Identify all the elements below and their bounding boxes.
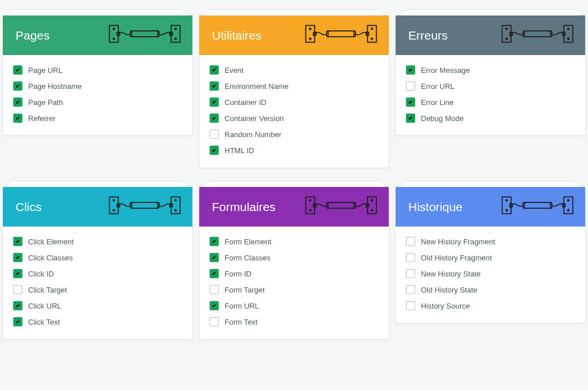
checkbox-checked-icon[interactable] bbox=[210, 253, 219, 262]
panel-box: UtilitairesEventEnvironment NameContaine… bbox=[199, 2, 389, 168]
variable-checkbox-historique[interactable]: Old History Fragment bbox=[405, 249, 576, 266]
checkbox-unchecked-icon[interactable] bbox=[210, 317, 219, 326]
checkbox-unchecked-icon[interactable] bbox=[406, 301, 415, 310]
checkbox-label: Error Message bbox=[421, 66, 470, 75]
variable-checkbox-clics[interactable]: Click Classes bbox=[12, 249, 183, 266]
panel-erreurs: ErreursError MessageError URLError LineD… bbox=[395, 15, 586, 136]
panel-box: ErreursError MessageError URLError LineD… bbox=[395, 2, 586, 168]
checkbox-checked-icon[interactable] bbox=[210, 114, 219, 123]
panel-header-utilitaires: Utilitaires bbox=[199, 15, 389, 55]
checkbox-unchecked-icon[interactable] bbox=[13, 285, 22, 294]
checkbox-checked-icon[interactable] bbox=[210, 301, 219, 310]
checkbox-checked-icon[interactable] bbox=[210, 237, 219, 246]
checkbox-label: Click Element bbox=[28, 237, 74, 246]
panel-box: PagesPage URLPage HostnamePage PathRefer… bbox=[2, 2, 193, 168]
variable-checkbox-formulaires[interactable]: Form Text bbox=[208, 314, 380, 330]
variable-checkbox-erreurs[interactable]: Error Line bbox=[405, 94, 576, 110]
checkbox-label: HTML ID bbox=[225, 146, 254, 155]
checkbox-label: Debug Mode bbox=[421, 114, 463, 123]
checkbox-checked-icon[interactable] bbox=[13, 65, 22, 75]
checkbox-checked-icon[interactable] bbox=[210, 146, 219, 155]
panel-title: Clics bbox=[16, 200, 107, 214]
variable-checkbox-utilitaires[interactable]: Container Version bbox=[208, 110, 380, 126]
variable-checkbox-utilitaires[interactable]: Random Number bbox=[208, 126, 380, 142]
variable-checkbox-historique[interactable]: New History Fragment bbox=[405, 233, 576, 249]
panel-title: Utilitaires bbox=[212, 29, 304, 42]
checkbox-label: Container Version bbox=[225, 114, 284, 123]
panel-pages: PagesPage URLPage HostnamePage PathRefer… bbox=[2, 15, 193, 136]
checkbox-label: Form Text bbox=[225, 318, 258, 326]
checkbox-unchecked-icon[interactable] bbox=[406, 81, 415, 91]
box-lid-decoration bbox=[199, 174, 389, 186]
variable-checkbox-historique[interactable]: New History State bbox=[405, 266, 576, 282]
checkbox-checked-icon[interactable] bbox=[406, 98, 415, 107]
panel-box: FormulairesForm ElementForm ClassesForm … bbox=[199, 174, 389, 340]
panel-items: New History FragmentOld History Fragment… bbox=[396, 227, 585, 323]
checkbox-checked-icon[interactable] bbox=[13, 237, 22, 246]
handle-icon bbox=[304, 24, 378, 47]
checkbox-unchecked-icon[interactable] bbox=[210, 130, 219, 139]
variable-checkbox-clics[interactable]: Click Target bbox=[12, 282, 183, 298]
panel-historique: HistoriqueNew History FragmentOld Histor… bbox=[395, 186, 586, 323]
variable-checkbox-historique[interactable]: Old History State bbox=[405, 282, 576, 298]
variable-categories-grid: PagesPage URLPage HostnamePage PathRefer… bbox=[2, 2, 586, 340]
checkbox-label: Error Line bbox=[421, 98, 454, 107]
checkbox-checked-icon[interactable] bbox=[13, 301, 22, 310]
checkbox-label: Random Number bbox=[225, 130, 281, 139]
checkbox-unchecked-icon[interactable] bbox=[406, 237, 415, 246]
checkbox-label: Click URL bbox=[28, 302, 61, 310]
panel-header-historique: Historique bbox=[396, 187, 585, 227]
checkbox-label: Old History Fragment bbox=[421, 253, 492, 262]
variable-checkbox-formulaires[interactable]: Form Element bbox=[208, 233, 380, 249]
variable-checkbox-clics[interactable]: Click URL bbox=[12, 298, 183, 314]
checkbox-checked-icon[interactable] bbox=[210, 81, 219, 91]
variable-checkbox-erreurs[interactable]: Error URL bbox=[405, 78, 576, 94]
checkbox-checked-icon[interactable] bbox=[13, 114, 22, 123]
panel-title: Pages bbox=[16, 29, 107, 42]
checkbox-unchecked-icon[interactable] bbox=[406, 253, 415, 262]
checkbox-label: History Source bbox=[421, 302, 470, 310]
variable-checkbox-formulaires[interactable]: Form Classes bbox=[208, 249, 380, 266]
variable-checkbox-clics[interactable]: Click Text bbox=[12, 314, 183, 330]
variable-checkbox-clics[interactable]: Click Element bbox=[12, 233, 183, 249]
variable-checkbox-erreurs[interactable]: Error Message bbox=[405, 62, 576, 78]
checkbox-label: Form Classes bbox=[225, 253, 270, 262]
checkbox-label: Referrer bbox=[28, 114, 56, 123]
panel-header-clics: Clics bbox=[3, 187, 192, 227]
variable-checkbox-formulaires[interactable]: Form URL bbox=[208, 298, 380, 314]
checkbox-checked-icon[interactable] bbox=[13, 81, 22, 91]
variable-checkbox-pages[interactable]: Referrer bbox=[12, 110, 183, 126]
checkbox-checked-icon[interactable] bbox=[13, 98, 22, 107]
variable-checkbox-utilitaires[interactable]: Event bbox=[208, 62, 380, 78]
variable-checkbox-erreurs[interactable]: Debug Mode bbox=[405, 110, 576, 126]
checkbox-checked-icon[interactable] bbox=[13, 269, 22, 278]
variable-checkbox-utilitaires[interactable]: Environment Name bbox=[208, 78, 380, 94]
checkbox-checked-icon[interactable] bbox=[406, 65, 415, 75]
variable-checkbox-pages[interactable]: Page Hostname bbox=[12, 78, 183, 94]
checkbox-label: Click Target bbox=[28, 286, 67, 294]
checkbox-checked-icon[interactable] bbox=[210, 98, 219, 107]
box-lid-decoration bbox=[2, 174, 193, 186]
variable-checkbox-utilitaires[interactable]: HTML ID bbox=[208, 142, 380, 158]
checkbox-checked-icon[interactable] bbox=[210, 269, 219, 278]
checkbox-label: Form ID bbox=[225, 270, 252, 278]
panel-utilitaires: UtilitairesEventEnvironment NameContaine… bbox=[199, 15, 389, 168]
variable-checkbox-formulaires[interactable]: Form ID bbox=[208, 266, 380, 282]
variable-checkbox-pages[interactable]: Page Path bbox=[12, 94, 183, 110]
checkbox-label: Page Hostname bbox=[28, 82, 82, 91]
checkbox-checked-icon[interactable] bbox=[406, 114, 415, 123]
panel-items: Form ElementForm ClassesForm IDForm Targ… bbox=[199, 227, 389, 339]
variable-checkbox-pages[interactable]: Page URL bbox=[12, 62, 183, 78]
variable-checkbox-formulaires[interactable]: Form Target bbox=[208, 282, 380, 298]
checkbox-unchecked-icon[interactable] bbox=[406, 269, 415, 278]
variable-checkbox-utilitaires[interactable]: Container ID bbox=[208, 94, 380, 110]
checkbox-checked-icon[interactable] bbox=[13, 253, 22, 262]
variable-checkbox-historique[interactable]: History Source bbox=[405, 298, 576, 314]
checkbox-unchecked-icon[interactable] bbox=[406, 285, 415, 294]
checkbox-checked-icon[interactable] bbox=[210, 65, 219, 75]
checkbox-checked-icon[interactable] bbox=[13, 317, 22, 326]
checkbox-unchecked-icon[interactable] bbox=[210, 285, 219, 294]
variable-checkbox-clics[interactable]: Click ID bbox=[12, 266, 183, 282]
handle-icon bbox=[500, 24, 575, 47]
checkbox-label: Click Classes bbox=[28, 253, 73, 262]
